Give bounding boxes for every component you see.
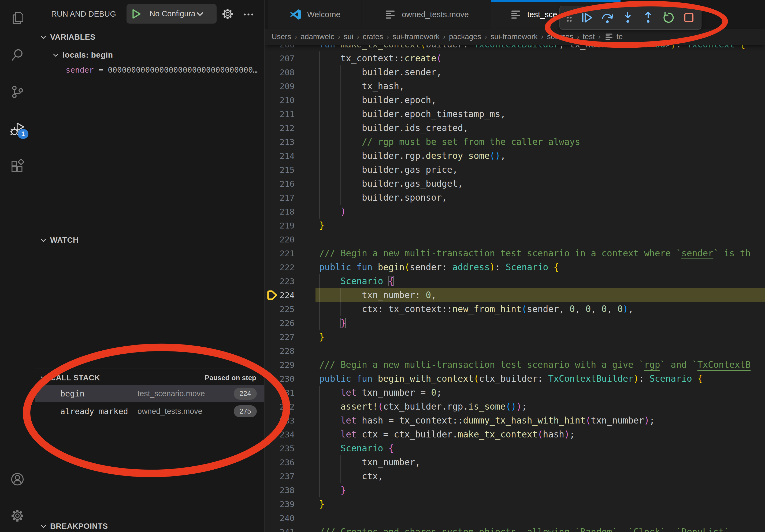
breadcrumb-item[interactable]: test — [583, 32, 595, 41]
code-line-235[interactable]: 235 Scenario { — [265, 441, 765, 455]
code-line-226[interactable]: 226 } — [265, 316, 765, 330]
line-number[interactable]: 225 — [265, 302, 295, 316]
line-number[interactable]: 241 — [265, 525, 295, 532]
line-number[interactable]: 232 — [265, 400, 295, 413]
breadcrumb-item[interactable]: Users — [272, 32, 291, 41]
code-line-224[interactable]: 224 txn_number: 0, — [265, 288, 765, 302]
step-into-button[interactable] — [619, 9, 636, 26]
code-line-218[interactable]: 218 ) — [265, 205, 765, 219]
code-line-220[interactable]: 220 — [265, 232, 765, 246]
start-debug-play-icon[interactable] — [130, 8, 142, 20]
step-over-button[interactable] — [599, 9, 616, 26]
line-number[interactable]: 209 — [265, 79, 295, 93]
code-line-239[interactable]: 239} — [265, 497, 765, 511]
line-number[interactable]: 213 — [265, 135, 295, 149]
code-line-238[interactable]: 238 } — [265, 483, 765, 497]
breadcrumb-item[interactable]: sui — [344, 32, 353, 41]
line-number[interactable]: 230 — [265, 372, 295, 386]
line-number[interactable]: 238 — [265, 483, 295, 497]
code-line-207[interactable]: 207 tx_context::create( — [265, 51, 765, 65]
code-line-241[interactable]: 241/// Creates and shares system objects… — [265, 525, 765, 532]
line-number[interactable]: 214 — [265, 149, 295, 163]
line-number[interactable]: 228 — [265, 344, 295, 358]
extensions-icon[interactable] — [10, 158, 25, 173]
call-stack-section-header[interactable]: CALL STACK Paused on step — [35, 371, 264, 385]
line-number[interactable]: 219 — [265, 219, 295, 232]
run-and-debug-icon[interactable]: 1 — [10, 122, 25, 136]
code-line-225[interactable]: 225 ctx: tx_context::new_from_hint(sende… — [265, 302, 765, 316]
line-number[interactable]: 212 — [265, 121, 295, 135]
code-line-229[interactable]: 229/// Begin a new multi-transaction tes… — [265, 358, 765, 372]
variables-scope-row[interactable]: locals: begin — [47, 48, 113, 62]
line-number[interactable]: 240 — [265, 511, 295, 525]
code-line-211[interactable]: 211 builder.epoch_timestamp_ms, — [265, 107, 765, 121]
line-number[interactable]: 211 — [265, 107, 295, 121]
line-number[interactable]: 236 — [265, 455, 295, 469]
line-number[interactable]: 233 — [265, 413, 295, 427]
line-number[interactable]: 239 — [265, 497, 295, 511]
variable-row-sender[interactable]: sender = 0000000000000000000000000000000… — [66, 65, 264, 75]
line-number[interactable]: 210 — [265, 93, 295, 107]
code-editor[interactable]: 206fun make_tx_context(builder: TxContex… — [265, 29, 765, 532]
continue-button[interactable] — [579, 9, 595, 26]
code-line-237[interactable]: 237 ctx, — [265, 469, 765, 483]
code-line-212[interactable]: 212 builder.ids_created, — [265, 121, 765, 135]
toolbar-gripper[interactable] — [564, 9, 575, 26]
call-stack-frame-begin[interactable]: begintest_scenario.move224 — [35, 385, 264, 402]
code-line-230[interactable]: 230public fun begin_with_context(ctx_bui… — [265, 372, 765, 386]
step-out-button[interactable] — [640, 9, 656, 26]
explorer-icon[interactable] — [10, 11, 25, 25]
line-number[interactable]: 237 — [265, 469, 295, 483]
variables-section-header[interactable]: VARIABLES — [35, 30, 264, 44]
line-number[interactable]: 218 — [265, 205, 295, 219]
code-line-214[interactable]: 214 builder.rgp.destroy_some(), — [265, 149, 765, 163]
tab-owned-tests-move[interactable]: owned_tests.move — [362, 0, 491, 29]
watch-section-header[interactable]: WATCH — [35, 233, 264, 247]
start-debug-button[interactable]: No Configura — [127, 4, 217, 24]
code-line-213[interactable]: 213 // rgp must be set from the caller a… — [265, 135, 765, 149]
code-line-221[interactable]: 221/// Begin a new multi-transaction tes… — [265, 246, 765, 260]
code-line-216[interactable]: 216 builder.gas_budget, — [265, 177, 765, 191]
chevron-down-icon[interactable] — [195, 9, 205, 19]
line-number[interactable]: 217 — [265, 191, 295, 205]
code-line-217[interactable]: 217 builder.sponsor, — [265, 191, 765, 205]
search-icon[interactable] — [10, 48, 25, 62]
restart-button[interactable] — [660, 9, 677, 26]
stop-button[interactable] — [681, 9, 697, 26]
line-number[interactable]: 223 — [265, 274, 295, 288]
source-control-icon[interactable] — [10, 85, 25, 99]
breadcrumb-file-item[interactable]: te — [604, 32, 623, 42]
code-line-233[interactable]: 233 let hash = tx_context::dummy_tx_hash… — [265, 413, 765, 427]
line-number[interactable]: 216 — [265, 177, 295, 191]
code-line-222[interactable]: 222public fun begin(sender: address): Sc… — [265, 260, 765, 274]
line-number[interactable]: 207 — [265, 51, 295, 65]
breadcrumb-item[interactable]: packages — [449, 32, 481, 41]
line-number[interactable]: 208 — [265, 65, 295, 79]
line-number[interactable]: 215 — [265, 163, 295, 177]
account-icon[interactable] — [10, 472, 25, 486]
line-number[interactable]: 226 — [265, 316, 295, 330]
breadcrumb-item[interactable]: sui-framework — [392, 32, 439, 41]
settings-icon[interactable] — [10, 508, 25, 523]
line-number[interactable]: 235 — [265, 441, 295, 455]
code-line-236[interactable]: 236 txn_number, — [265, 455, 765, 469]
code-line-209[interactable]: 209 tx_hash, — [265, 79, 765, 93]
code-line-227[interactable]: 227} — [265, 330, 765, 344]
line-number[interactable]: 220 — [265, 232, 295, 246]
line-number[interactable]: 221 — [265, 246, 295, 260]
code-line-228[interactable]: 228 — [265, 344, 765, 358]
line-number[interactable]: 229 — [265, 358, 295, 372]
call-stack-frame-already_marked[interactable]: already_markedowned_tests.move275 — [35, 402, 264, 420]
breadcrumb-item[interactable]: sources — [547, 32, 573, 41]
code-line-215[interactable]: 215 builder.gas_price, — [265, 163, 765, 177]
breadcrumb-item[interactable]: crates — [363, 32, 383, 41]
breadcrumb-item[interactable]: adamwelc — [301, 32, 334, 41]
debug-settings-gear-icon[interactable] — [221, 8, 234, 20]
code-line-208[interactable]: 208 builder.sender, — [265, 65, 765, 79]
line-number[interactable]: 231 — [265, 386, 295, 400]
line-number[interactable]: 222 — [265, 260, 295, 274]
code-line-234[interactable]: 234 let ctx = ctx_builder.make_tx_contex… — [265, 427, 765, 441]
code-line-223[interactable]: 223 Scenario { — [265, 274, 765, 288]
code-line-240[interactable]: 240 — [265, 511, 765, 525]
code-line-210[interactable]: 210 builder.epoch, — [265, 93, 765, 107]
